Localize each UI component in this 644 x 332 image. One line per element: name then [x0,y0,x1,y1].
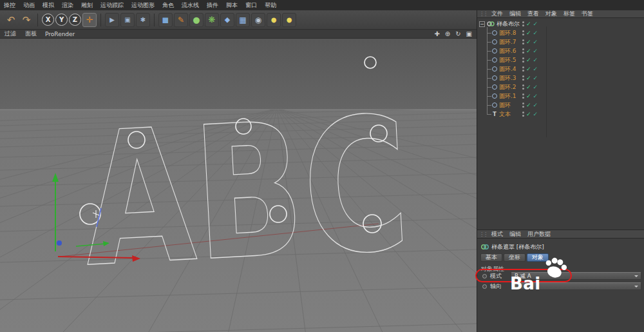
object-row[interactable]: 圆环.6 ✓ ✓ [477,46,644,55]
enable-check-icon[interactable]: ✓ [526,101,531,110]
simulate-button[interactable]: ◆ [220,13,234,27]
enable-check-icon[interactable]: ✓ [526,110,531,119]
om-menu-file[interactable]: 文件 [488,10,506,18]
enable-check-icon[interactable]: ✓ [526,37,531,46]
menu-item[interactable]: 模拟 [39,1,58,10]
visibility-dots[interactable] [522,39,524,41]
menu-item[interactable]: 窗口 [242,1,261,10]
redo-icon[interactable]: ↷ [19,13,33,27]
enable-check-icon[interactable]: ✓ [526,73,531,83]
object-label[interactable]: 圆环.5 [499,56,516,64]
enable-check-icon[interactable]: ✓ [526,92,531,101]
light-button-2[interactable]: ● [282,13,296,27]
object-label[interactable]: 圆环.4 [499,65,516,73]
visibility-dots[interactable] [522,66,524,68]
viewport-menu-panel[interactable]: 面板 [21,30,41,38]
visibility-dots[interactable] [522,57,524,59]
tag-check-icon[interactable]: ✓ [533,64,538,73]
object-label[interactable]: 圆环 [499,101,511,110]
am-menu-mode[interactable]: 模式 [488,230,506,239]
light-button[interactable]: ● [267,13,281,27]
am-menu-edit[interactable]: 编辑 [506,230,524,239]
zoom-icon[interactable]: ⊕ [442,30,453,39]
object-label[interactable]: 圆环.7 [499,38,516,46]
x-axis-lock-button[interactable]: X [42,14,54,26]
enable-check-icon[interactable]: ✓ [526,55,531,64]
camera-button[interactable]: ◉ [251,13,265,27]
tag-check-icon[interactable]: ✓ [533,19,538,28]
visibility-dots[interactable] [522,48,524,50]
panel-grip-icon[interactable]: ⋮⋮ [479,11,487,17]
menu-item[interactable]: 脚本 [222,1,242,10]
move-tool-button[interactable]: ✛ [82,13,97,27]
mograph-button[interactable]: ❋ [205,13,219,27]
tag-check-icon[interactable]: ✓ [533,110,538,119]
tag-check-icon[interactable]: ✓ [533,28,538,37]
viewport-menu-filter[interactable]: 过滤 [0,30,21,38]
om-menu-objects[interactable]: 对象 [542,10,560,18]
object-label[interactable]: 圆环.6 [499,47,516,55]
enable-check-icon[interactable]: ✓ [526,46,531,55]
object-label[interactable]: 圆环.8 [499,29,516,37]
object-row[interactable]: 圆环.3 ✓ ✓ [477,73,644,83]
tag-check-icon[interactable]: ✓ [533,92,538,101]
maximize-icon[interactable]: ▣ [464,30,475,39]
visibility-dots[interactable] [522,75,524,77]
om-menu-view[interactable]: 查看 [524,10,542,18]
om-menu-bookmarks[interactable]: 书签 [578,10,596,18]
menu-item[interactable]: 流水线 [178,1,203,10]
object-row[interactable]: 圆环.5 ✓ ✓ [477,55,644,64]
enable-check-icon[interactable]: ✓ [526,64,531,73]
pan-icon[interactable]: ✚ [431,30,442,39]
tag-check-icon[interactable]: ✓ [533,55,538,64]
am-menu-userdata[interactable]: 用户数据 [524,230,554,239]
object-row[interactable]: 圆环.4 ✓ ✓ [477,64,644,73]
menu-item[interactable]: 雕刻 [77,1,97,10]
render-region-button[interactable]: ▣ [120,13,135,27]
menu-item[interactable]: 动画 [19,1,39,10]
tag-check-icon[interactable]: ✓ [533,37,538,46]
render-settings-button[interactable]: ✱ [136,13,150,27]
tag-check-icon[interactable]: ✓ [533,83,538,92]
menu-item[interactable]: 运动跟踪 [97,1,128,10]
menu-item[interactable]: 渲染 [58,1,77,10]
rotate-icon[interactable]: ↻ [453,30,463,39]
tag-check-icon[interactable]: ✓ [533,46,538,55]
menu-item[interactable]: 角色 [158,1,178,10]
enable-check-icon[interactable]: ✓ [526,19,531,28]
object-label[interactable]: 文本 [499,110,511,119]
spline-pen-button[interactable]: ✎ [174,13,188,27]
visibility-dots[interactable] [522,103,524,104]
menu-item[interactable]: 运动图形 [128,1,158,10]
object-row[interactable]: 圆环.7 ✓ ✓ [477,37,644,46]
object-row[interactable]: 圆环.8 ✓ ✓ [477,28,644,37]
enable-check-icon[interactable]: ✓ [526,83,531,92]
panel-grip-icon[interactable]: ⋮⋮ [479,231,487,237]
object-label[interactable]: 样条布尔 [497,20,520,28]
visibility-dots[interactable] [522,93,524,95]
object-label[interactable]: 圆环.3 [499,74,516,83]
primitive-cube-button[interactable]: ◼ [158,13,173,27]
object-row-root[interactable]: − 样条布尔 ✓ ✓ [477,19,644,28]
visibility-dots[interactable] [522,30,524,32]
object-row-text[interactable]: T 文本 ✓ ✓ [477,110,644,119]
menu-item[interactable]: 插件 [203,1,222,10]
visibility-dots[interactable] [522,112,524,113]
object-label[interactable]: 圆环.1 [499,92,516,101]
object-row[interactable]: 圆环.2 ✓ ✓ [477,83,644,92]
om-menu-tags[interactable]: 标签 [560,10,578,18]
z-axis-lock-button[interactable]: Z [69,14,81,26]
tag-check-icon[interactable]: ✓ [533,73,538,83]
visibility-dots[interactable] [522,84,524,86]
animation-toggle-icon[interactable] [482,284,487,289]
subdivision-surface-button[interactable]: ● [189,13,204,27]
viewport[interactable]: ABC [0,39,477,332]
object-row[interactable]: 圆环 ✓ ✓ [477,101,644,110]
undo-icon[interactable]: ↶ [4,13,18,27]
viewport-canvas[interactable]: ABC [0,39,477,332]
y-axis-lock-button[interactable]: Y [55,14,68,26]
tag-check-icon[interactable]: ✓ [533,101,538,110]
object-label[interactable]: 圆环.2 [499,83,516,92]
enable-check-icon[interactable]: ✓ [526,28,531,37]
om-menu-edit[interactable]: 编辑 [506,10,524,18]
